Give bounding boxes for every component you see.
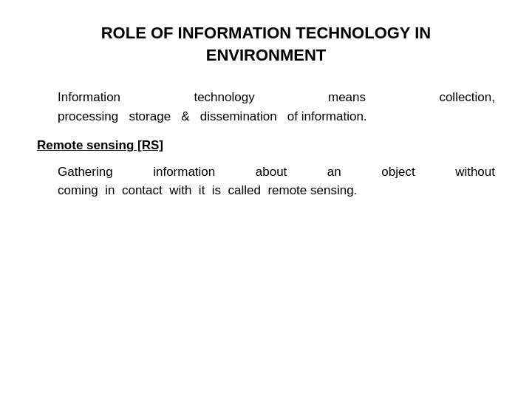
remote-sensing-heading: Remote sensing [RS] xyxy=(37,136,495,155)
page-title: ROLE OF INFORMATION TECHNOLOGY IN ENVIRO… xyxy=(37,22,495,66)
title-line1: ROLE OF INFORMATION TECHNOLOGY IN xyxy=(101,24,432,42)
paragraph-remote-sensing: Gathering information about an object wi… xyxy=(37,163,495,200)
title-line2: ENVIRONMENT xyxy=(206,46,327,64)
content-container: ROLE OF INFORMATION TECHNOLOGY IN ENVIRO… xyxy=(37,22,495,211)
paragraph1-text: Information technology means collection,… xyxy=(58,90,495,123)
paragraph-info-tech: Information technology means collection,… xyxy=(37,88,495,126)
